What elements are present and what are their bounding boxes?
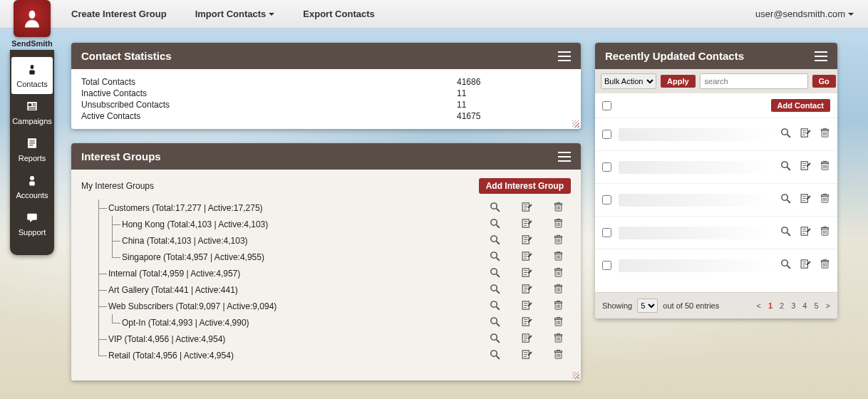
page-next[interactable]: > [826,301,830,310]
view-group-button[interactable] [489,201,501,215]
add-interest-group-button[interactable]: Add Interest Group [479,178,571,194]
contact-checkbox[interactable] [602,228,611,237]
sidebar-item-support[interactable]: Support [10,205,54,242]
group-label[interactable]: Web Subscribers (Total:9,097 | Active:9,… [108,301,489,311]
edit-contact-button[interactable] [800,160,812,175]
page-number[interactable]: 5 [814,301,818,310]
contact-email-blurred [619,227,773,239]
page-number[interactable]: 2 [780,301,784,310]
edit-contact-button[interactable] [800,127,812,142]
add-contact-button[interactable]: Add Contact [771,99,830,112]
resize-handle[interactable] [572,120,579,128]
delete-group-button[interactable] [553,217,564,232]
edit-contact-button[interactable] [800,192,812,207]
sidebar-item-reports[interactable]: Reports [10,131,54,168]
group-label[interactable]: Customers (Total:17,277 | Active:17,275) [108,203,489,213]
brand-logo[interactable]: SendSmith [10,0,54,48]
view-group-button[interactable] [489,299,501,314]
delete-contact-button[interactable] [820,258,830,273]
view-contact-button[interactable] [780,225,792,240]
delete-contact-button[interactable] [820,160,830,175]
edit-group-button[interactable] [521,250,533,264]
search-icon [489,283,501,295]
view-contact-button[interactable] [780,258,792,273]
sidebar-item-accounts[interactable]: Accounts [10,168,54,205]
page-number[interactable]: 4 [802,301,807,310]
search-input[interactable] [700,73,808,89]
group-label[interactable]: Hong Kong (Total:4,103 | Active:4,103) [122,219,489,229]
edit-group-button[interactable] [521,266,533,281]
view-group-button[interactable] [489,283,501,297]
group-label[interactable]: China (Total:4,103 | Active:4,103) [122,236,489,246]
group-label[interactable]: Internal (Total:4,959 | Active:4,957) [108,269,489,279]
svg-rect-68 [557,252,560,252]
group-label[interactable]: Retail (Total:4,956 | Active:4,954) [108,351,489,361]
page-prev[interactable]: < [757,301,761,310]
delete-group-button[interactable] [553,348,564,363]
nav-create-interest-group[interactable]: Create Interest Group [71,9,167,19]
panel-menu-button[interactable] [815,51,827,61]
delete-group-button[interactable] [553,332,564,346]
group-label[interactable]: Singapore (Total:4,957 | Active:4,955) [122,252,489,262]
delete-group-button[interactable] [553,201,564,215]
svg-point-12 [30,176,34,180]
edit-group-button[interactable] [521,234,533,248]
group-label[interactable]: VIP (Total:4,956 | Active:4,954) [108,334,489,344]
svg-line-34 [497,224,500,227]
view-contact-button[interactable] [780,160,792,175]
panel-menu-button[interactable] [558,51,571,61]
svg-rect-15 [558,51,571,53]
delete-group-button[interactable] [553,250,564,264]
delete-group-button[interactable] [553,234,564,248]
delete-group-button[interactable] [553,283,564,297]
apply-button[interactable]: Apply [661,75,696,88]
view-group-button[interactable] [489,348,501,363]
delete-group-button[interactable] [553,299,564,314]
edit-group-button[interactable] [521,201,533,215]
edit-group-button[interactable] [521,283,533,297]
edit-contact-button[interactable] [800,258,812,273]
edit-group-button[interactable] [521,299,533,314]
view-contact-button[interactable] [780,127,792,142]
contact-checkbox[interactable] [602,130,611,139]
page-number[interactable]: 3 [791,301,795,310]
select-all-checkbox[interactable] [602,101,611,110]
edit-group-button[interactable] [521,316,533,330]
panel-menu-button[interactable] [558,152,571,162]
contact-checkbox[interactable] [602,195,611,204]
contact-checkbox[interactable] [602,162,611,172]
view-group-button[interactable] [489,234,501,248]
edit-group-button[interactable] [521,332,533,346]
edit-group-button[interactable] [521,348,533,363]
contact-checkbox[interactable] [602,261,611,270]
interest-group-row: China (Total:4,103 | Active:4,103) [81,232,571,249]
bulk-action-select[interactable]: Bulk Action [601,73,656,89]
search-icon [780,225,792,237]
view-group-button[interactable] [489,266,501,281]
edit-group-button[interactable] [521,217,533,232]
delete-group-button[interactable] [553,266,564,281]
search-icon [780,258,792,270]
resize-handle[interactable] [572,372,579,379]
page-number[interactable]: 1 [768,301,773,310]
group-label[interactable]: Art Gallery (Total:441 | Active:441) [108,285,489,295]
view-group-button[interactable] [489,332,501,346]
view-contact-button[interactable] [780,192,792,207]
delete-contact-button[interactable] [820,192,830,207]
view-group-button[interactable] [489,316,501,330]
user-menu[interactable]: user@sendsmith.com [755,9,854,19]
sidebar-item-contacts[interactable]: Contacts [11,57,53,94]
nav-import-contacts[interactable]: Import Contacts [195,9,275,19]
view-group-button[interactable] [489,217,501,232]
view-group-button[interactable] [489,250,501,264]
delete-contact-button[interactable] [820,127,830,142]
group-label[interactable]: Opt-In (Total:4,993 | Active:4,990) [122,318,489,328]
delete-group-button[interactable] [553,316,564,330]
go-button[interactable]: Go [812,75,836,88]
edit-contact-button[interactable] [800,225,812,240]
per-page-select[interactable]: 5 [637,299,658,313]
svg-rect-7 [29,109,36,110]
sidebar-item-campaigns[interactable]: Campaigns [10,94,54,131]
nav-export-contacts[interactable]: Export Contacts [303,9,374,19]
delete-contact-button[interactable] [820,225,830,240]
